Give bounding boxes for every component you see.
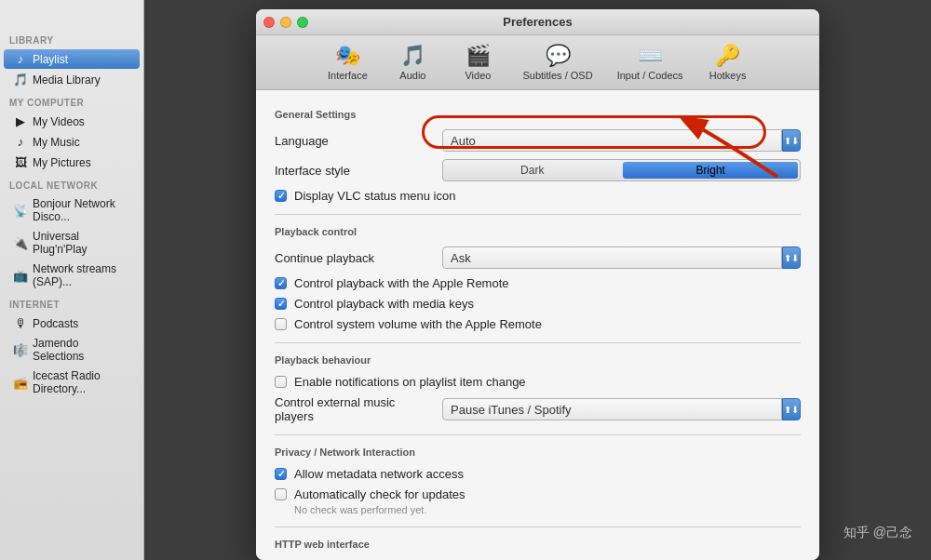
display-vlc-icon-label: Display VLC status menu icon	[294, 189, 455, 203]
watermark: 知乎 @己念	[843, 525, 912, 541]
sidebar-item-icecast[interactable]: 📻 Icecast Radio Directory...	[4, 367, 140, 398]
external-music-label: Control external music players	[275, 395, 433, 423]
maximize-button[interactable]	[297, 17, 308, 28]
minimize-button[interactable]	[280, 17, 291, 28]
media-keys-row: Control playback with media keys	[275, 297, 801, 311]
videos-icon: ▶	[13, 114, 28, 128]
sidebar-item-media-library[interactable]: 🎵 Media Library	[4, 70, 140, 89]
pictures-icon: 🖼	[13, 155, 28, 169]
toolbar-video[interactable]: 🎬 Video	[450, 41, 506, 84]
sidebar-item-label: Icecast Radio Directory...	[33, 369, 130, 395]
sidebar-item-label: Universal Plug'n'Play	[33, 230, 130, 256]
divider-3	[275, 434, 801, 435]
input-label: Input / Codecs	[617, 70, 683, 81]
sidebar-item-podcasts[interactable]: 🎙 Podcasts	[4, 313, 140, 333]
sidebar-item-label: Playlist	[33, 53, 68, 66]
sidebar-item-label: My Music	[33, 136, 80, 149]
sidebar-item-my-music[interactable]: ♪ My Music	[4, 132, 140, 152]
external-music-control: Pause iTunes / Spotify ⬆⬇	[442, 398, 801, 420]
language-row: Language Auto ⬆⬇	[275, 129, 801, 152]
close-button[interactable]	[263, 17, 275, 28]
display-vlc-icon-row: Display VLC status menu icon	[275, 189, 801, 203]
notifications-checkbox[interactable]	[275, 376, 287, 388]
continue-playback-arrow[interactable]: ⬆⬇	[782, 247, 801, 269]
video-icon: 🎬	[466, 44, 491, 68]
media-library-icon: 🎵	[13, 73, 28, 87]
sidebar-item-playlist[interactable]: ♪ Playlist	[4, 49, 140, 69]
metadata-row: Allow metadata network access	[275, 467, 801, 481]
sidebar-item-network-streams[interactable]: 📺 Network streams (SAP)...	[4, 260, 140, 291]
sidebar-item-label: Podcasts	[33, 317, 78, 330]
divider-2	[275, 342, 801, 343]
sidebar-item-bonjour[interactable]: 📡 Bonjour Network Disco...	[4, 194, 140, 226]
language-control: Auto ⬆⬇	[442, 129, 801, 152]
arrow-icon: ⬆⬇	[784, 136, 799, 146]
metadata-checkbox[interactable]	[275, 468, 287, 480]
continue-playback-select[interactable]: Ask	[442, 247, 782, 269]
media-keys-label: Control playback with media keys	[294, 297, 474, 311]
toolbar-audio[interactable]: 🎵 Audio	[385, 41, 440, 84]
general-section-header: General Settings	[275, 109, 801, 120]
sidebar-item-label: Media Library	[33, 73, 101, 87]
interface-style-row: Interface style Dark Bright	[275, 159, 801, 181]
subtitles-icon: 💬	[546, 44, 571, 68]
sidebar-item-label: My Pictures	[33, 156, 91, 169]
continue-playback-label: Continue playback	[275, 251, 433, 265]
main-area: Preferences 🎭 Interface 🎵 Audio 🎬 Video …	[144, 0, 931, 560]
audio-icon: 🎵	[400, 44, 425, 68]
network-streams-icon: 📺	[13, 269, 28, 283]
playback-behaviour-header: Playback behaviour	[275, 354, 801, 366]
sidebar-item-my-videos[interactable]: ▶ My Videos	[4, 112, 140, 131]
apple-remote-checkbox[interactable]	[275, 277, 287, 289]
computer-section-label: MY COMPUTER	[0, 90, 143, 111]
sidebar-item-universal[interactable]: 🔌 Universal Plug'n'Play	[4, 227, 140, 259]
language-select-arrow[interactable]: ⬆⬇	[782, 129, 801, 152]
jamendo-icon: 🎼	[13, 343, 28, 357]
interface-label: Interface	[328, 70, 368, 81]
window-controls	[263, 17, 308, 28]
bonjour-icon: 📡	[13, 204, 28, 218]
arrow-icon: ⬆⬇	[784, 253, 799, 263]
sidebar-item-label: Network streams (SAP)...	[33, 262, 130, 288]
toolbar-subtitles[interactable]: 💬 Subtitles / OSD	[515, 41, 600, 84]
external-music-arrow[interactable]: ⬆⬇	[782, 398, 801, 420]
music-icon: ♪	[13, 135, 28, 149]
subtitles-label: Subtitles / OSD	[522, 70, 592, 81]
system-volume-checkbox[interactable]	[275, 318, 287, 330]
continue-playback-row: Continue playback Ask ⬆⬇	[275, 247, 801, 269]
auto-update-note: No check was performed yet.	[294, 504, 801, 515]
http-header: HTTP web interface	[275, 539, 801, 550]
external-music-row: Control external music players Pause iTu…	[275, 395, 801, 423]
auto-update-checkbox[interactable]	[275, 488, 287, 500]
external-music-select[interactable]: Pause iTunes / Spotify	[442, 398, 782, 420]
toolbar-hotkeys[interactable]: 🔑 Hotkeys	[700, 41, 756, 84]
podcasts-icon: 🎙	[13, 316, 28, 330]
language-select[interactable]: Auto	[442, 129, 782, 152]
toolbar-interface[interactable]: 🎭 Interface	[319, 41, 375, 84]
sidebar-item-jamendo[interactable]: 🎼 Jamendo Selections	[4, 334, 140, 366]
title-bar: Preferences	[256, 9, 819, 35]
apple-remote-row: Control playback with the Apple Remote	[275, 276, 801, 290]
universal-icon: 🔌	[13, 236, 28, 250]
interface-icon: 🎭	[335, 44, 360, 68]
toolbar-input[interactable]: ⌨️ Input / Codecs	[610, 41, 691, 84]
dark-option[interactable]: Dark	[443, 164, 622, 177]
auto-update-label: Automatically check for updates	[294, 487, 466, 501]
privacy-header: Privacy / Network Interaction	[275, 447, 801, 458]
audio-label: Audio	[399, 70, 425, 81]
external-music-wrapper: Pause iTunes / Spotify ⬆⬇	[442, 398, 801, 420]
auto-update-row: Automatically check for updates	[275, 487, 801, 501]
internet-section-label: INTERNET	[0, 292, 143, 313]
display-vlc-icon-checkbox[interactable]	[275, 190, 287, 202]
notifications-row: Enable notifications on playlist item ch…	[275, 375, 801, 389]
metadata-label: Allow metadata network access	[294, 467, 464, 481]
bright-option[interactable]: Bright	[622, 164, 801, 177]
style-toggle[interactable]: Dark Bright	[442, 159, 801, 181]
sidebar-item-label: My Videos	[33, 115, 85, 128]
language-label: Language	[275, 134, 433, 148]
video-label: Video	[465, 70, 491, 81]
interface-style-label: Interface style	[275, 164, 433, 178]
sidebar-item-my-pictures[interactable]: 🖼 My Pictures	[4, 153, 140, 172]
style-control: Dark Bright	[442, 159, 801, 181]
media-keys-checkbox[interactable]	[275, 298, 287, 310]
